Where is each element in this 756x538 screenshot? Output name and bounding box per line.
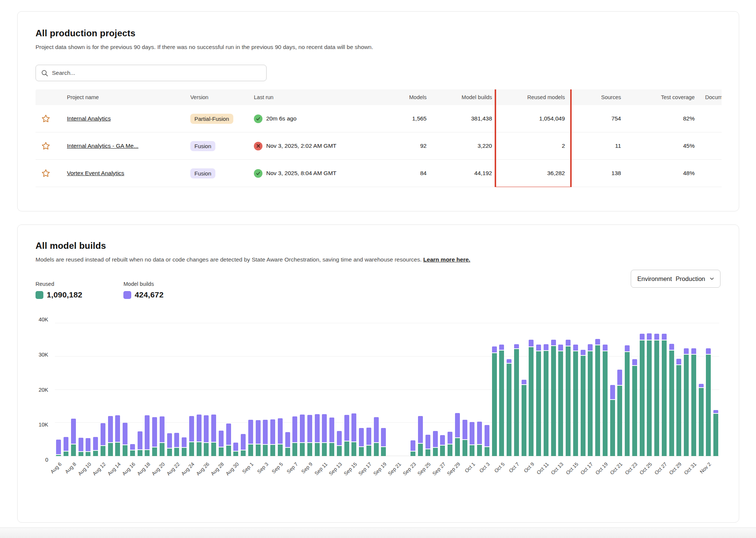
chart-bar-aug-12[interactable] [101,423,105,456]
chart-bar-aug-20[interactable] [160,416,165,456]
chart-bar-sep-3[interactable] [263,420,268,456]
chart-bar-oct-29[interactable] [676,359,681,456]
project-name-link[interactable]: Internal Analytics - GA Me... [67,143,138,149]
chart-bar-oct-2[interactable] [477,422,482,456]
chart-bar-sep-14[interactable] [344,415,349,456]
chart-bar-nov-2[interactable] [706,348,711,456]
chart-bar-aug-25[interactable] [197,415,202,456]
chart-bar-aug-10[interactable] [86,438,90,456]
chart-bar-oct-31[interactable] [691,348,696,456]
bar-segment-reused [315,443,320,456]
chart-bar-oct-18[interactable] [595,339,600,456]
chart-bar-sep-28[interactable] [448,432,452,456]
chart-bar-oct-17[interactable] [588,344,593,456]
chart-bar-oct-13[interactable] [558,345,563,456]
chart-bar-sep-15[interactable] [351,413,356,456]
chart-bar-sep-6[interactable] [285,432,290,456]
chart-bar-aug-6[interactable] [56,440,61,456]
chart-bar-oct-14[interactable] [566,340,571,456]
chart-bar-oct-23[interactable] [632,359,637,456]
chart-bar-aug-28[interactable] [219,431,224,456]
chart-bar-sep-19[interactable] [381,428,386,456]
favorite-star-icon[interactable] [41,168,51,178]
chart-bar-aug-26[interactable] [204,415,209,456]
chart-bar-sep-24[interactable] [418,416,423,456]
chart-bar-oct-20[interactable] [610,385,615,456]
bar-segment-model-builds [374,417,379,443]
favorite-star-icon[interactable] [41,141,51,151]
chart-bar-nov-1[interactable] [699,384,704,456]
chart-bar-oct-4[interactable] [492,346,497,456]
chart-bar-aug-14[interactable] [115,415,120,456]
chart-bar-sep-18[interactable] [374,417,379,456]
chart-bar-oct-26[interactable] [654,334,659,456]
chart-bar-sep-26[interactable] [433,431,438,456]
chart-bar-oct-11[interactable] [544,344,548,456]
chart-bar-oct-8[interactable] [522,380,526,456]
chart-bar-oct-15[interactable] [573,345,578,456]
chart-bar-sep-7[interactable] [292,416,297,456]
chart-bar-aug-30[interactable] [233,443,238,456]
chart-bar-sep-11[interactable] [322,414,327,456]
chart-bar-sep-12[interactable] [329,418,334,456]
bar-segment-model-builds [625,345,630,352]
chart-bar-oct-7[interactable] [514,344,519,456]
chart-bar-sep-30[interactable] [462,420,467,456]
chart-bar-sep-9[interactable] [307,415,312,456]
chart-bar-aug-27[interactable] [211,415,216,456]
chart-bar-aug-11[interactable] [93,437,98,456]
chart-bar-sep-17[interactable] [366,428,371,456]
chart-bar-sep-16[interactable] [359,428,364,456]
learn-more-link[interactable]: Learn more here. [423,256,470,263]
chart-bar-oct-16[interactable] [581,350,586,456]
chart-bar-aug-24[interactable] [189,416,194,456]
chart-bar-aug-16[interactable] [130,444,135,456]
chart-bar-oct-5[interactable] [499,345,504,456]
chart-bar-oct-28[interactable] [669,344,674,456]
chart-bar-oct-19[interactable] [603,345,608,456]
chart-bar-sep-29[interactable] [455,413,460,456]
chart-bar-sep-25[interactable] [425,435,430,456]
chart-bar-sep-1[interactable] [248,420,253,456]
chart-bar-aug-19[interactable] [152,417,157,456]
project-name-link[interactable]: Internal Analytics [67,115,111,122]
chart-bar-aug-13[interactable] [108,416,113,456]
project-name-link[interactable]: Vortex Event Analytics [67,170,124,176]
chart-bar-oct-27[interactable] [662,334,667,456]
chart-bar-oct-6[interactable] [507,359,511,456]
chart-bar-sep-13[interactable] [337,431,342,456]
chart-bar-oct-3[interactable] [485,425,489,456]
chart-bar-sep-4[interactable] [270,419,275,456]
chart-bar-oct-21[interactable] [617,370,622,456]
chart-bar-oct-30[interactable] [684,348,689,456]
chart-bar-oct-12[interactable] [551,340,556,456]
chart-bar-oct-22[interactable] [625,345,630,456]
chart-bar-aug-9[interactable] [79,438,83,456]
chart-bar-aug-21[interactable] [167,433,172,456]
chart-bar-sep-5[interactable] [278,418,283,456]
chart-bar-aug-31[interactable] [241,434,246,456]
chart-bar-oct-9[interactable] [529,340,534,456]
chart-bar-oct-24[interactable] [640,334,645,456]
chart-bar-nov-3[interactable] [713,410,718,456]
chart-bar-oct-25[interactable] [647,333,652,456]
chart-bar-aug-22[interactable] [174,433,179,456]
environment-select[interactable]: Environment Production [631,270,720,288]
chart-bar-aug-15[interactable] [123,423,127,456]
favorite-star-icon[interactable] [41,114,51,124]
chart-bar-aug-18[interactable] [145,415,150,456]
project-search[interactable] [36,65,267,81]
chart-bar-aug-8[interactable] [71,419,76,456]
chart-bar-sep-10[interactable] [315,414,320,456]
chart-bar-sep-23[interactable] [411,440,415,456]
chart-bar-oct-10[interactable] [536,345,541,456]
chart-bar-sep-27[interactable] [440,435,445,456]
chart-bar-aug-17[interactable] [138,431,142,456]
chart-bar-sep-8[interactable] [300,415,305,456]
chart-bar-aug-23[interactable] [182,437,187,456]
chart-bar-aug-7[interactable] [64,437,68,456]
search-input[interactable] [52,70,261,76]
chart-bar-sep-2[interactable] [256,420,261,456]
chart-bar-aug-29[interactable] [226,424,231,456]
chart-bar-oct-1[interactable] [470,422,474,456]
